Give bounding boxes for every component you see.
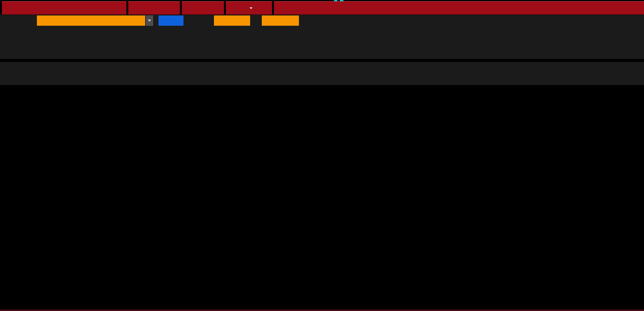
chart-area — [0, 0, 644, 311]
bottom-panel-edge — [0, 309, 644, 311]
